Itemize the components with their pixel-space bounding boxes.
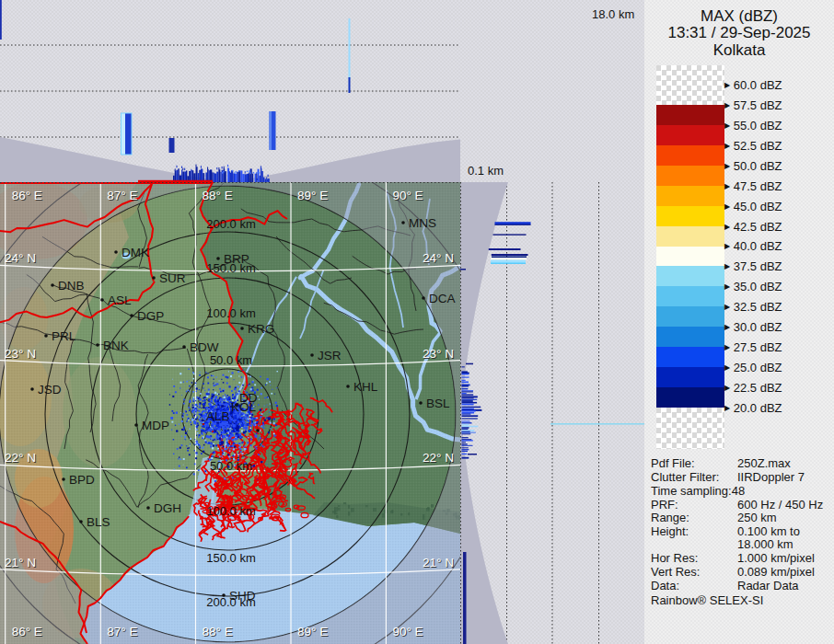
svg-text:JSR: JSR	[318, 349, 342, 362]
svg-text:100.0 km: 100.0 km	[206, 306, 255, 320]
svg-text:89° E: 89° E	[297, 625, 328, 638]
svg-text:MDP: MDP	[142, 419, 169, 432]
svg-text:BLS: BLS	[87, 515, 110, 529]
svg-text:KOL: KOL	[231, 400, 257, 414]
svg-text:BNK: BNK	[103, 339, 129, 352]
svg-text:88° E: 88° E	[203, 625, 233, 638]
svg-text:22° N: 22° N	[423, 451, 454, 465]
svg-text:90° E: 90° E	[392, 189, 423, 202]
svg-text:BPD: BPD	[69, 473, 95, 487]
svg-text:DNB: DNB	[58, 279, 85, 293]
svg-text:150.0 km: 150.0 km	[206, 261, 255, 275]
svg-text:89° E: 89° E	[297, 189, 328, 202]
svg-text:100.0 km: 100.0 km	[206, 504, 255, 518]
svg-text:90° E: 90° E	[392, 625, 423, 638]
svg-text:DMK: DMK	[122, 246, 149, 259]
svg-text:KRG: KRG	[248, 322, 274, 336]
svg-text:150.0 km: 150.0 km	[206, 551, 255, 565]
svg-text:50.0 km: 50.0 km	[210, 459, 252, 473]
svg-text:MNS: MNS	[409, 216, 436, 230]
svg-text:KHL: KHL	[353, 380, 378, 394]
svg-text:23° N: 23° N	[5, 347, 36, 361]
svg-text:87° E: 87° E	[107, 625, 137, 638]
svg-text:50.0 km: 50.0 km	[210, 353, 252, 367]
svg-text:BSL: BSL	[426, 397, 450, 410]
svg-text:87° E: 87° E	[107, 189, 137, 202]
svg-text:22° N: 22° N	[5, 451, 36, 465]
svg-text:JSD: JSD	[38, 383, 62, 397]
svg-text:86° E: 86° E	[12, 625, 42, 638]
svg-text:BDW: BDW	[190, 340, 219, 354]
svg-text:DGH: DGH	[154, 501, 181, 515]
svg-text:DCA: DCA	[429, 292, 456, 305]
svg-text:24° N: 24° N	[5, 251, 36, 265]
svg-text:24° N: 24° N	[423, 251, 454, 265]
svg-text:PRL: PRL	[52, 329, 76, 343]
svg-text:21° N: 21° N	[423, 556, 454, 569]
svg-text:23° N: 23° N	[423, 347, 454, 361]
svg-text:200.0 km: 200.0 km	[206, 595, 255, 609]
svg-text:200.0 km: 200.0 km	[206, 217, 255, 231]
svg-text:ALB: ALB	[206, 409, 230, 423]
svg-text:88° E: 88° E	[203, 189, 233, 202]
svg-text:DGP: DGP	[137, 309, 164, 323]
svg-text:ASL: ASL	[108, 293, 132, 307]
svg-text:SUR: SUR	[159, 271, 186, 285]
svg-text:86° E: 86° E	[12, 189, 42, 202]
svg-text:21° N: 21° N	[5, 556, 36, 569]
